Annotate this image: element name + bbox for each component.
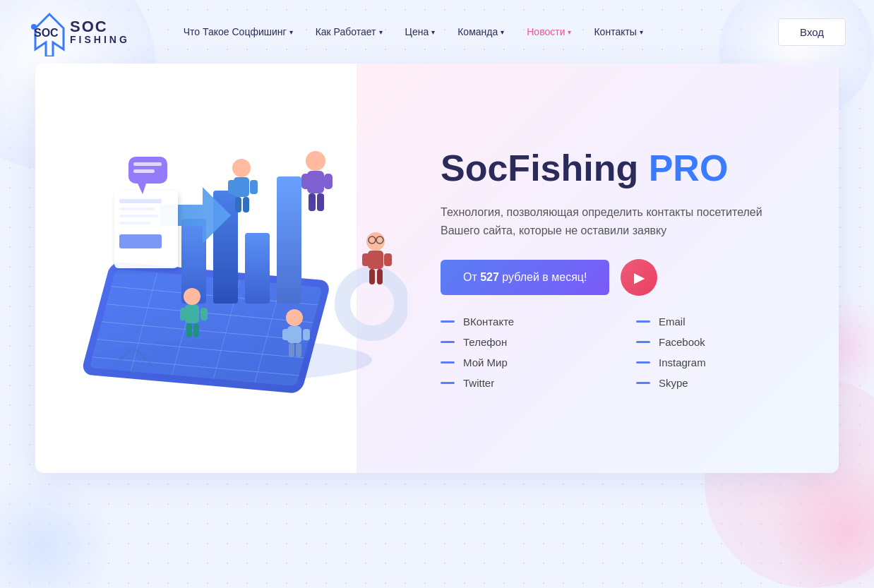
nav-item: Цена▾ <box>394 20 447 43</box>
svg-rect-53 <box>384 253 392 266</box>
nav-link-label: Контакты <box>594 26 636 37</box>
chevron-down-icon: ▾ <box>289 28 293 36</box>
svg-rect-54 <box>369 269 375 284</box>
logo[interactable]: SOC SOC FISHING <box>28 7 130 56</box>
chevron-down-icon: ▾ <box>568 28 571 36</box>
hero-title-main: SocFishing <box>441 148 649 188</box>
navbar: SOC SOC FISHING Что Такое Соцфишинг▾Как … <box>0 0 874 64</box>
feature-item: Instagram <box>636 356 803 368</box>
play-icon: ▶ <box>634 269 645 286</box>
svg-rect-51 <box>368 251 383 269</box>
nav-link[interactable]: Как Работает▾ <box>304 20 394 43</box>
svg-rect-48 <box>186 323 192 337</box>
nav-link-label: Цена <box>405 26 429 37</box>
nav-item: Контакты▾ <box>582 20 654 43</box>
feature-dash-icon <box>441 341 455 343</box>
nav-link[interactable]: Команда▾ <box>446 20 515 43</box>
feature-label: Skype <box>659 377 688 389</box>
hero-title: SocFishing PRO <box>441 148 803 190</box>
svg-rect-64 <box>296 343 301 357</box>
logo-icon: SOC <box>28 7 67 56</box>
svg-rect-25 <box>119 234 162 248</box>
hero-illustration <box>35 92 426 445</box>
hero-content: SocFishing PRO Технология, позволяющая о… <box>426 105 839 432</box>
svg-text:SOC: SOC <box>34 27 59 39</box>
svg-rect-36 <box>309 193 316 211</box>
feature-dash-icon <box>636 320 650 323</box>
nav-link-label: Команда <box>457 26 498 37</box>
feature-item: Мой Мир <box>441 356 608 368</box>
svg-rect-52 <box>362 253 370 266</box>
play-button[interactable]: ▶ <box>621 259 657 296</box>
cta-price-button[interactable]: От 527 рублей в месяц! <box>441 260 609 295</box>
svg-rect-41 <box>250 180 258 194</box>
svg-rect-47 <box>200 308 208 320</box>
svg-rect-55 <box>377 269 383 284</box>
svg-rect-35 <box>324 174 333 189</box>
feature-item: Twitter <box>441 377 608 389</box>
svg-rect-31 <box>133 169 155 173</box>
svg-rect-30 <box>133 162 162 166</box>
logo-soc: SOC <box>70 19 130 35</box>
feature-label: Мой Мир <box>463 356 508 368</box>
btn-price-text: От 527 рублей в месяц! <box>463 271 587 283</box>
isometric-illustration <box>54 120 407 416</box>
hero-title-pro: PRO <box>649 148 729 188</box>
svg-rect-43 <box>243 197 249 212</box>
feature-item: ВКонтакте <box>441 316 608 328</box>
svg-rect-34 <box>301 174 310 189</box>
feature-dash-icon <box>636 341 650 343</box>
feature-dash-icon <box>636 382 650 384</box>
feature-item: Skype <box>636 377 803 389</box>
svg-rect-40 <box>228 180 236 194</box>
nav-link[interactable]: Новости▾ <box>515 20 582 43</box>
nav-item: Новости▾ <box>515 20 582 43</box>
nav-link[interactable]: Цена▾ <box>394 20 447 43</box>
feature-dash-icon <box>441 382 455 384</box>
features-grid: ВКонтактеEmailТелефонFacebookМой МирInst… <box>441 316 803 389</box>
svg-rect-39 <box>234 177 249 197</box>
nav-item: Что Такое Соцфишинг▾ <box>172 20 304 43</box>
feature-item: Телефон <box>441 336 608 348</box>
login-button[interactable]: Вход <box>778 18 846 46</box>
svg-point-32 <box>306 151 325 171</box>
nav-link-label: Что Такое Соцфишинг <box>184 26 287 37</box>
nav-item: Как Работает▾ <box>304 20 394 43</box>
svg-point-59 <box>286 309 303 326</box>
feature-label: Email <box>659 316 686 328</box>
feature-label: Instagram <box>659 356 706 368</box>
chevron-down-icon: ▾ <box>640 28 643 36</box>
nav-link[interactable]: Контакты▾ <box>582 20 654 43</box>
nav-item: Команда▾ <box>446 20 515 43</box>
nav-link[interactable]: Что Такое Соцфишинг▾ <box>172 20 304 43</box>
svg-point-27 <box>131 368 137 373</box>
feature-label: Телефон <box>463 336 507 348</box>
feature-label: ВКонтакте <box>463 316 514 328</box>
svg-rect-17 <box>245 233 270 304</box>
hero-cta-row: От 527 рублей в месяц! ▶ <box>441 259 803 296</box>
feature-dash-icon <box>636 361 650 364</box>
feature-dash-icon <box>441 361 455 364</box>
chevron-down-icon: ▾ <box>501 28 504 36</box>
nav-links: Что Такое Соцфишинг▾Как Работает▾Цена▾Ко… <box>172 20 778 43</box>
svg-rect-46 <box>180 308 187 320</box>
svg-point-44 <box>184 288 200 305</box>
feature-dash-icon <box>441 320 455 323</box>
logo-text: SOC FISHING <box>70 19 130 44</box>
svg-rect-22 <box>119 208 155 210</box>
chevron-down-icon: ▾ <box>431 28 435 36</box>
hero-subtitle: Технология, позволяющая определить конта… <box>441 203 779 239</box>
chevron-down-icon: ▾ <box>379 28 383 36</box>
svg-rect-37 <box>317 193 324 211</box>
svg-rect-23 <box>119 215 158 217</box>
svg-rect-42 <box>235 197 241 212</box>
nav-link-label: Как Работает <box>316 26 376 37</box>
logo-fishing: FISHING <box>70 35 130 44</box>
svg-rect-49 <box>193 323 199 337</box>
feature-label: Twitter <box>463 377 494 389</box>
hero-section: SocFishing PRO Технология, позволяющая о… <box>35 64 839 473</box>
svg-point-2 <box>31 24 37 30</box>
feature-label: Facebook <box>659 336 705 348</box>
svg-rect-61 <box>282 329 289 340</box>
feature-item: Facebook <box>636 336 803 348</box>
